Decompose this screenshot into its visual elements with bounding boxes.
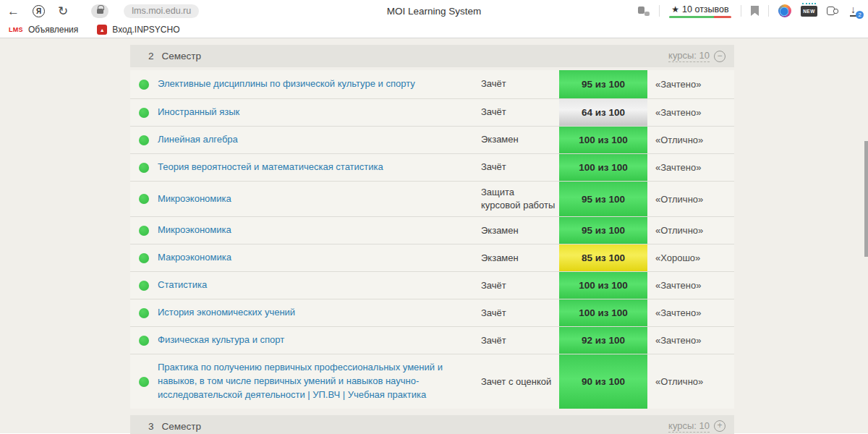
- exam-type: Зачет с оценкой: [481, 371, 559, 393]
- course-link[interactable]: Элективные дисциплины по физической куль…: [158, 71, 481, 98]
- extension-icon[interactable]: [778, 4, 791, 17]
- course-status-icon: [139, 135, 149, 145]
- course-status-icon: [139, 336, 149, 346]
- score-badge: 92 из 100: [559, 327, 647, 354]
- course-status-icon: [139, 253, 149, 263]
- table-row: Линейная алгебра Экзамен 100 из 100 «Отл…: [130, 126, 734, 153]
- grade-text: «Отлично»: [647, 135, 734, 145]
- score-badge: 100 из 100: [559, 299, 647, 326]
- exam-type: Экзамен: [481, 220, 559, 242]
- grade-text: «Хорошо»: [647, 252, 734, 263]
- grade-text: «Зачтено»: [647, 280, 734, 291]
- toolbar-separator: [659, 5, 660, 17]
- table-row: Макроэкономика Экзамен 85 из 100 «Хорошо…: [130, 244, 734, 271]
- course-link[interactable]: Микроэкономика: [158, 186, 481, 213]
- semester-label: Семестр: [162, 421, 202, 432]
- table-row: Практика по получению первичных професси…: [130, 354, 734, 409]
- semester-3-header[interactable]: 3 Семестр курсы: 10 +: [130, 415, 734, 434]
- toolbar-separator: [768, 5, 769, 17]
- course-status-icon: [139, 194, 149, 204]
- table-row: Статистика Зачёт 100 из 100 «Зачтено»: [130, 271, 734, 299]
- course-table-body: Элективные дисциплины по физической куль…: [130, 70, 734, 409]
- exam-type: Зачёт: [481, 156, 559, 178]
- exam-type: Защита курсовой работы: [481, 182, 559, 216]
- course-status-icon: [139, 281, 149, 291]
- score-badge: 100 из 100: [559, 272, 647, 299]
- semester-table: 2 Семестр курсы: 10 − Элективные дисципл…: [130, 38, 734, 434]
- exam-type: Экзамен: [481, 247, 559, 269]
- exam-type: Зачёт: [481, 73, 559, 95]
- back-icon[interactable]: ←: [7, 5, 20, 17]
- star-icon: ★: [671, 4, 679, 14]
- course-link[interactable]: Линейная алгебра: [158, 127, 481, 153]
- lms-favicon: LMS: [9, 26, 23, 33]
- rating-bar: [669, 16, 731, 18]
- grade-text: «Зачтено»: [647, 107, 734, 118]
- bookmarks-bar: LMS Объявления ▲ Вход.INPSYCHO: [0, 22, 868, 38]
- score-badge: 100 из 100: [559, 154, 647, 181]
- lock-icon: [97, 9, 103, 14]
- yandex-logo[interactable]: Я: [33, 5, 45, 17]
- table-row: Физическая культура и спорт Зачёт 92 из …: [130, 326, 734, 354]
- semester-number: 2: [148, 51, 154, 61]
- bookmark-label: Объявления: [28, 25, 78, 35]
- site-security-button[interactable]: [91, 4, 109, 18]
- course-link[interactable]: Теория вероятностей и математическая ста…: [158, 154, 481, 181]
- course-status-icon: [139, 163, 149, 173]
- table-row: Иностранный язык Зачёт 64 из 100 «Зачтен…: [130, 98, 734, 126]
- grade-text: «Зачтено»: [647, 335, 734, 346]
- course-link[interactable]: История экономических учений: [158, 299, 481, 326]
- course-link[interactable]: Практика по получению первичных професси…: [158, 354, 481, 409]
- bookmark-item-announcements[interactable]: LMS Объявления: [9, 25, 78, 35]
- score-badge: 95 из 100: [559, 70, 647, 98]
- course-link[interactable]: Микроэкономика: [158, 217, 481, 244]
- grade-text: «Зачтено»: [647, 79, 734, 90]
- site-reviews-button[interactable]: ★ 10 отзывов: [669, 4, 731, 18]
- grade-text: «Зачтено»: [647, 307, 734, 318]
- table-row: История экономических учений Зачёт 100 и…: [130, 299, 734, 326]
- courses-count-link[interactable]: курсы: 10: [668, 420, 710, 433]
- course-link[interactable]: Иностранный язык: [158, 99, 481, 126]
- bookmark-icon[interactable]: [751, 6, 759, 16]
- bookmark-label: Вход.INPSYCHO: [112, 25, 179, 35]
- exam-type: Зачёт: [481, 275, 559, 297]
- reload-icon[interactable]: ↻: [58, 5, 68, 17]
- grade-text: «Отлично»: [647, 376, 734, 387]
- table-row: Теория вероятностей и математическая ста…: [130, 153, 734, 181]
- grade-text: «Отлично»: [647, 225, 734, 236]
- reviews-count-label: 10 отзывов: [682, 4, 729, 14]
- scrollbar-thumb[interactable]: [864, 141, 868, 257]
- toolbar-separator: [741, 5, 741, 17]
- collapse-button[interactable]: −: [714, 51, 726, 62]
- downloads-button[interactable]: ↓ 2: [848, 4, 861, 17]
- grade-text: «Отлично»: [647, 194, 734, 205]
- semester-2-header[interactable]: 2 Семестр курсы: 10 −: [130, 45, 734, 67]
- exam-type: Экзамен: [481, 129, 559, 150]
- course-status-icon: [139, 308, 149, 318]
- score-badge: 64 из 100: [559, 99, 647, 126]
- reviews-widget-icon[interactable]: [638, 7, 650, 16]
- course-link[interactable]: Статистика: [158, 272, 481, 299]
- table-row: Микроэкономика Экзамен 95 из 100 «Отличн…: [130, 216, 734, 244]
- course-link[interactable]: Макроэкономика: [158, 244, 481, 271]
- course-status-icon: [139, 108, 149, 118]
- course-link[interactable]: Физическая культура и спорт: [158, 327, 481, 354]
- table-row: Элективные дисциплины по физической куль…: [130, 70, 734, 98]
- bookmark-item-inpsycho[interactable]: ▲ Вход.INPSYCHO: [97, 25, 179, 35]
- courses-count-link[interactable]: курсы: 10: [668, 50, 710, 62]
- inpsycho-favicon: ▲: [97, 25, 107, 35]
- download-count-badge: 2: [856, 11, 864, 19]
- score-badge: 95 из 100: [559, 182, 647, 216]
- browser-toolbar: ← Я ↻ lms.moi.edu.ru MOI Learning System…: [0, 0, 868, 22]
- score-badge: 90 из 100: [559, 354, 647, 409]
- score-badge: 85 из 100: [559, 244, 647, 271]
- semester-label: Семестр: [162, 51, 202, 61]
- table-row: Микроэкономика Защита курсовой работы 95…: [130, 181, 734, 216]
- new-tab-extension-icon[interactable]: NEW: [801, 6, 817, 17]
- exam-type: Зачёт: [481, 330, 559, 352]
- exam-type: Зачёт: [481, 302, 559, 324]
- collections-icon[interactable]: [827, 6, 838, 16]
- grade-text: «Зачтено»: [647, 162, 734, 173]
- address-bar[interactable]: lms.moi.edu.ru: [124, 4, 199, 18]
- expand-button[interactable]: +: [714, 420, 726, 432]
